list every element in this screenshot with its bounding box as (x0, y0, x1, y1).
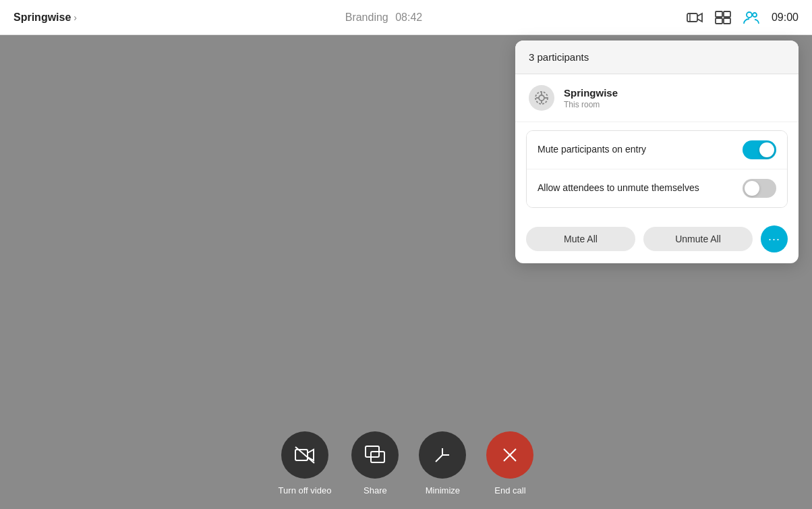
clock: 09:00 (772, 11, 799, 24)
participants-button[interactable] (743, 10, 759, 25)
svg-point-7 (753, 13, 757, 17)
app-title: Springwise (13, 11, 71, 24)
minimize-label: Minimize (426, 485, 460, 495)
svg-point-8 (539, 95, 544, 101)
participant-item: Springwise This room (515, 74, 799, 122)
share-control[interactable]: Share (351, 431, 399, 495)
svg-point-6 (747, 12, 752, 18)
meeting-time: 08:42 (395, 11, 422, 23)
turn-off-video-label: Turn off video (279, 485, 332, 495)
mute-all-button[interactable]: Mute All (526, 227, 635, 251)
participant-avatar (529, 85, 554, 111)
minimize-button[interactable] (419, 431, 466, 479)
app-name-link[interactable]: Springwise › (13, 11, 77, 24)
end-call-label: End call (494, 485, 525, 495)
unmute-all-button[interactable]: Unmute All (643, 227, 753, 251)
svg-rect-2 (716, 11, 722, 17)
camera-button[interactable] (687, 11, 703, 24)
allow-unmute-toggle[interactable] (743, 179, 776, 198)
svg-line-18 (436, 455, 442, 462)
header: Springwise › Branding 08:42 (0, 0, 812, 35)
panel-footer: Mute All Unmute All ··· (515, 216, 799, 263)
svg-rect-0 (687, 14, 697, 22)
svg-rect-4 (716, 18, 722, 24)
participant-subtitle: This room (564, 100, 618, 109)
allow-unmute-label: Allow attendees to unmute themselves (538, 182, 699, 195)
participant-info: Springwise This room (564, 87, 618, 109)
end-call-control[interactable]: End call (486, 431, 533, 495)
chevron-icon: › (74, 12, 77, 23)
meeting-info: Branding 08:42 (341, 11, 423, 24)
end-call-button[interactable] (486, 431, 533, 479)
turn-off-video-control[interactable]: Turn off video (279, 431, 332, 495)
meeting-title: Branding (345, 11, 392, 23)
svg-rect-5 (724, 18, 730, 24)
mute-on-entry-row: Mute participants on entry (527, 131, 787, 169)
share-label: Share (364, 485, 387, 495)
more-options-button[interactable]: ··· (761, 225, 788, 252)
minimize-control[interactable]: Minimize (419, 431, 466, 495)
bottom-controls: Turn off video Share Minimize En (0, 431, 812, 495)
toggle-knob (759, 142, 774, 157)
participants-panel: 3 participants Springwise This room Mute… (515, 41, 799, 263)
settings-box: Mute participants on entry Allow attende… (526, 130, 788, 208)
participant-name: Springwise (564, 87, 618, 99)
mute-on-entry-label: Mute participants on entry (538, 143, 646, 157)
panel-title: 3 participants (515, 41, 799, 74)
more-dots-icon: ··· (768, 233, 780, 245)
layout-button[interactable] (715, 11, 731, 24)
turn-off-video-button[interactable] (281, 431, 328, 479)
toggle-knob-2 (745, 181, 759, 196)
allow-unmute-row: Allow attendees to unmute themselves (527, 169, 787, 207)
svg-rect-3 (724, 11, 730, 17)
mute-on-entry-toggle[interactable] (743, 140, 776, 159)
share-button[interactable] (351, 431, 399, 479)
header-actions: 09:00 (687, 10, 799, 25)
